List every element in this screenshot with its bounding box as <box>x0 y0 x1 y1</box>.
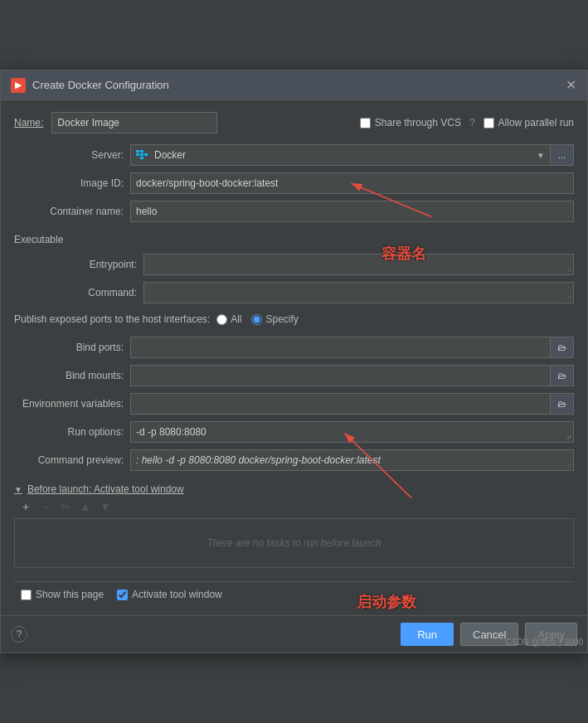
command-row: Command: ⤢ <box>27 281 574 304</box>
collapse-icon[interactable]: ▼ <box>14 485 22 494</box>
env-vars-row: Environment variables: 🗁 <box>14 392 574 415</box>
bind-mounts-label: Bind mounts: <box>14 370 130 381</box>
allow-parallel-checkbox-label[interactable]: Allow parallel run <box>484 117 574 129</box>
share-vcs-checkbox-label[interactable]: Share through VCS <box>360 117 461 129</box>
server-select[interactable]: Docker ▼ <box>130 144 551 166</box>
chevron-down-icon: ▼ <box>537 151 545 160</box>
bind-mounts-row: Bind mounts: 🗁 <box>14 364 574 387</box>
all-radio-text: All <box>231 313 241 325</box>
container-name-row: Container name: <box>14 200 574 223</box>
command-preview-input <box>130 449 574 471</box>
ports-label: Publish exposed ports to the host interf… <box>14 313 216 325</box>
share-vcs-checkbox[interactable] <box>360 118 371 129</box>
svg-rect-0 <box>136 153 139 156</box>
bind-ports-row: Bind ports: 🗁 <box>14 336 574 359</box>
specify-radio-text: Specify <box>265 313 298 325</box>
svg-rect-1 <box>140 153 143 156</box>
expand-icon4[interactable]: ⤢ <box>566 463 572 469</box>
container-name-input[interactable] <box>130 201 574 222</box>
move-up-button[interactable]: ▲ <box>77 498 94 515</box>
container-name-label: Container name: <box>14 206 130 217</box>
activate-window-checkbox-label[interactable]: Activate tool window <box>117 589 222 600</box>
image-id-label: Image ID: <box>14 177 130 189</box>
entrypoint-label: Entrypoint: <box>27 259 143 270</box>
remove-task-button[interactable]: − <box>37 498 54 515</box>
svg-rect-5 <box>140 150 143 153</box>
command-preview-row: Command preview: ⤢ <box>14 449 574 472</box>
show-page-checkbox[interactable] <box>21 590 32 600</box>
ports-radio-group: All Specify <box>216 313 299 325</box>
vcs-help-icon[interactable]: ? <box>469 117 475 129</box>
docker-logo-icon <box>136 150 149 160</box>
expand-icon3[interactable]: ⤢ <box>566 434 572 441</box>
dialog-title: Create Docker Configuration <box>32 79 169 91</box>
bind-ports-label: Bind ports: <box>14 342 130 353</box>
before-launch-header: ▼ Before launch: Activate tool window <box>14 483 574 495</box>
before-launch-section: ▼ Before launch: Activate tool window + … <box>14 483 574 575</box>
share-vcs-label: Share through VCS <box>375 117 461 129</box>
activate-window-label: Activate tool window <box>132 589 222 600</box>
expand-icon[interactable]: ⤢ <box>566 267 572 274</box>
server-value: Docker <box>154 149 186 161</box>
bind-ports-wrapper: 🗁 <box>130 337 574 358</box>
command-input[interactable] <box>143 282 574 303</box>
show-page-checkbox-label[interactable]: Show this page <box>21 589 104 600</box>
image-id-input[interactable] <box>130 172 574 194</box>
all-radio[interactable] <box>216 314 227 325</box>
env-vars-input[interactable] <box>130 393 551 415</box>
env-vars-wrapper: 🗁 <box>130 393 574 415</box>
before-launch-label: Before launch: Activate tool window <box>27 483 184 495</box>
title-bar: ▶ Create Docker Configuration ✕ <box>1 70 587 100</box>
name-input[interactable] <box>51 112 217 133</box>
show-page-label: Show this page <box>36 589 104 600</box>
app-icon: ▶ <box>11 78 26 93</box>
run-options-label: Run options: <box>14 426 130 438</box>
move-down-button[interactable]: ▼ <box>97 498 114 515</box>
no-tasks-label: There are no tasks to run before launch <box>207 537 381 549</box>
entrypoint-row: Entrypoint: ⤢ <box>27 253 574 276</box>
executable-section-label: Executable <box>14 228 574 251</box>
allow-parallel-checkbox[interactable] <box>484 118 494 129</box>
activate-window-checkbox[interactable] <box>117 590 128 600</box>
command-preview-label: Command preview: <box>14 454 130 466</box>
run-options-row: Run options: ⤢ <box>14 420 574 444</box>
edit-task-button[interactable]: ✏ <box>57 498 74 515</box>
executable-label: Executable <box>14 234 130 245</box>
bind-ports-input[interactable] <box>130 337 551 358</box>
specify-radio[interactable] <box>251 314 262 325</box>
watermark: CSDN @黑白于2000 <box>505 637 583 648</box>
bind-ports-browse-button[interactable]: 🗁 <box>551 337 574 358</box>
add-task-button[interactable]: + <box>17 498 34 515</box>
expand-icon2[interactable]: ⤢ <box>566 295 572 302</box>
specify-radio-label[interactable]: Specify <box>251 313 298 325</box>
allow-parallel-label: Allow parallel run <box>498 117 574 129</box>
ports-row: Publish exposed ports to the host interf… <box>14 309 574 329</box>
svg-rect-2 <box>144 153 148 156</box>
env-vars-label: Environment variables: <box>14 398 130 410</box>
close-button[interactable]: ✕ <box>564 79 577 92</box>
image-id-row: Image ID: <box>14 172 574 195</box>
server-browse-button[interactable]: ... <box>551 144 574 166</box>
launch-tasks-area: There are no tasks to run before launch <box>14 518 574 568</box>
command-label: Command: <box>27 287 143 298</box>
bind-mounts-browse-button[interactable]: 🗁 <box>551 365 574 386</box>
server-row: Server: Docker <box>14 143 574 167</box>
svg-rect-4 <box>136 150 139 153</box>
env-vars-browse-button[interactable]: 🗁 <box>551 393 574 415</box>
run-options-input[interactable] <box>130 421 574 443</box>
run-button[interactable]: Run <box>401 623 454 646</box>
bind-mounts-input[interactable] <box>130 365 551 386</box>
bind-mounts-wrapper: 🗁 <box>130 365 574 386</box>
launch-toolbar: + − ✏ ▲ ▼ <box>14 498 574 515</box>
svg-rect-3 <box>140 157 143 159</box>
all-radio-label[interactable]: All <box>216 313 241 325</box>
name-label: Name: <box>14 117 43 129</box>
server-label: Server: <box>14 149 130 161</box>
entrypoint-input[interactable] <box>143 254 574 275</box>
footer: ? Run Cancel Apply <box>1 615 587 653</box>
name-row: Name: Share through VCS ? Allow parallel… <box>14 109 574 137</box>
help-button[interactable]: ? <box>11 626 27 643</box>
bottom-checkboxes: Show this page Activate tool window <box>14 581 574 607</box>
